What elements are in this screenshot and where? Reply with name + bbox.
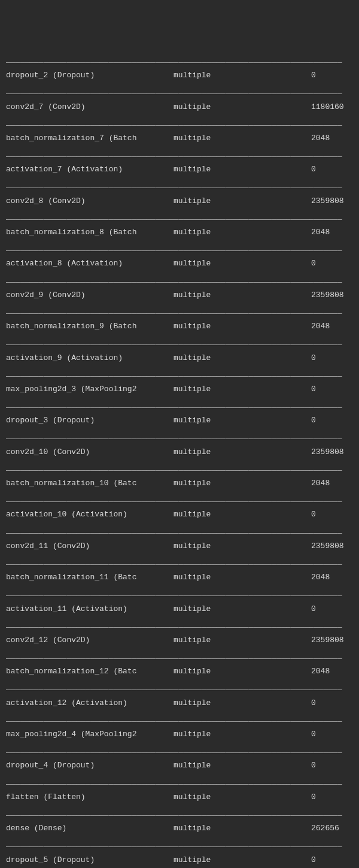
layer-output-shape: multiple: [174, 541, 311, 552]
layer-param-count: 262656: [311, 823, 353, 834]
layer-output-shape: multiple: [174, 635, 311, 646]
layer-row: dropout_4 (Dropout)multiple0: [6, 755, 353, 776]
layer-row: dropout_5 (Dropout)multiple0: [6, 850, 353, 869]
layer-param-count: 0: [311, 258, 353, 269]
layer-name: activation_8 (Activation): [6, 258, 174, 269]
layer-row: dense (Dense)multiple262656: [6, 818, 353, 839]
layer-output-shape: multiple: [174, 353, 311, 364]
layer-output-shape: multiple: [174, 855, 311, 866]
layer-param-count: 0: [311, 70, 353, 81]
layer-param-count: 2048: [311, 572, 353, 583]
layer-param-count: 0: [311, 164, 353, 175]
layer-param-count: 2359808: [311, 541, 353, 552]
divider-line: ________________________________________…: [6, 494, 353, 504]
layer-name: conv2d_12 (Conv2D): [6, 635, 174, 646]
layer-row: max_pooling2d_4 (MaxPooling2multiple0: [6, 724, 353, 745]
layer-output-shape: multiple: [174, 698, 311, 709]
layer-output-shape: multiple: [174, 258, 311, 269]
layer-param-count: 2048: [311, 133, 353, 144]
divider-line: ________________________________________…: [6, 525, 353, 536]
layer-name: dropout_5 (Dropout): [6, 855, 174, 866]
layer-output-shape: multiple: [174, 196, 311, 207]
divider-line: ________________________________________…: [6, 462, 353, 473]
divider-line: ________________________________________…: [6, 557, 353, 567]
layer-output-shape: multiple: [174, 70, 311, 81]
layer-row: flatten (Flatten)multiple0: [6, 787, 353, 807]
layer-name: conv2d_7 (Conv2D): [6, 102, 174, 113]
divider-line: ________________________________________…: [6, 117, 353, 128]
divider-line: ________________________________________…: [6, 337, 353, 347]
divider-line: ________________________________________…: [6, 776, 353, 787]
layer-row: max_pooling2d_3 (MaxPooling2multiple0: [6, 379, 353, 400]
layer-row: batch_normalization_9 (Batchmultiple2048: [6, 316, 353, 337]
divider-line: ________________________________________…: [6, 619, 353, 630]
layer-output-shape: multiple: [174, 604, 311, 615]
layer-row: batch_normalization_11 (Batcmultiple2048: [6, 567, 353, 588]
divider-line: ________________________________________…: [6, 306, 353, 316]
divider-line: ________________________________________…: [6, 400, 353, 410]
layer-row: conv2d_11 (Conv2D)multiple2359808: [6, 536, 353, 557]
layer-name: flatten (Flatten): [6, 792, 174, 803]
layer-name: batch_normalization_12 (Batc: [6, 666, 174, 677]
divider-line: ________________________________________…: [6, 149, 353, 159]
divider-line: ________________________________________…: [6, 713, 353, 724]
layer-row: batch_normalization_12 (Batcmultiple2048: [6, 661, 353, 682]
divider-line: ________________________________________…: [6, 651, 353, 661]
layer-name: activation_7 (Activation): [6, 164, 174, 175]
layer-row: batch_normalization_7 (Batchmultiple2048: [6, 128, 353, 149]
layer-output-shape: multiple: [174, 227, 311, 238]
layer-output-shape: multiple: [174, 729, 311, 740]
layer-param-count: 0: [311, 698, 353, 709]
layer-name: dense (Dense): [6, 823, 174, 834]
layer-row: conv2d_9 (Conv2D)multiple2359808: [6, 285, 353, 306]
layer-param-count: 0: [311, 729, 353, 740]
layer-row: conv2d_7 (Conv2D)multiple1180160: [6, 97, 353, 117]
layer-param-count: 0: [311, 855, 353, 866]
layer-param-count: 0: [311, 509, 353, 520]
layer-name: activation_11 (Activation): [6, 604, 174, 615]
layer-name: conv2d_11 (Conv2D): [6, 541, 174, 552]
layer-output-shape: multiple: [174, 509, 311, 520]
layer-row: activation_7 (Activation)multiple0: [6, 159, 353, 180]
layer-name: max_pooling2d_4 (MaxPooling2: [6, 729, 174, 740]
layer-output-shape: multiple: [174, 447, 311, 458]
layer-param-count: 2048: [311, 227, 353, 238]
layer-name: dropout_4 (Dropout): [6, 760, 174, 771]
layer-param-count: 2359808: [311, 196, 353, 207]
layer-row: activation_9 (Activation)multiple0: [6, 348, 353, 368]
layer-output-shape: multiple: [174, 164, 311, 175]
layer-row: batch_normalization_10 (Batcmultiple2048: [6, 473, 353, 494]
layer-row: activation_8 (Activation)multiple0: [6, 253, 353, 274]
layer-name: dropout_2 (Dropout): [6, 70, 174, 81]
divider-line: ________________________________________…: [6, 807, 353, 818]
layer-output-shape: multiple: [174, 102, 311, 113]
layer-param-count: 2359808: [311, 290, 353, 301]
divider-line: ________________________________________…: [6, 86, 353, 96]
divider-line: ________________________________________…: [6, 588, 353, 598]
layer-output-shape: multiple: [174, 478, 311, 489]
layer-param-count: 0: [311, 415, 353, 426]
divider-line: ________________________________________…: [6, 368, 353, 379]
layer-name: batch_normalization_9 (Batch: [6, 321, 174, 332]
layer-param-count: 0: [311, 792, 353, 803]
layer-param-count: 2359808: [311, 447, 353, 458]
divider-line: ________________________________________…: [6, 243, 353, 253]
layer-name: conv2d_8 (Conv2D): [6, 196, 174, 207]
layer-name: dropout_3 (Dropout): [6, 415, 174, 426]
divider-line: ________________________________________…: [6, 55, 353, 65]
layer-name: max_pooling2d_3 (MaxPooling2: [6, 384, 174, 395]
layer-row: conv2d_12 (Conv2D)multiple2359808: [6, 630, 353, 651]
layer-param-count: 0: [311, 760, 353, 771]
layer-param-count: 2359808: [311, 635, 353, 646]
divider-line: ________________________________________…: [6, 180, 353, 190]
divider-line: ________________________________________…: [6, 431, 353, 441]
layer-output-shape: multiple: [174, 290, 311, 301]
layer-output-shape: multiple: [174, 321, 311, 332]
layer-row: conv2d_10 (Conv2D)multiple2359808: [6, 442, 353, 462]
divider-line: ________________________________________…: [6, 682, 353, 692]
layer-param-count: 2048: [311, 478, 353, 489]
layer-param-count: 1180160: [311, 102, 353, 113]
layer-row: dropout_2 (Dropout)multiple0: [6, 65, 353, 86]
layer-name: batch_normalization_7 (Batch: [6, 133, 174, 144]
layer-output-shape: multiple: [174, 572, 311, 583]
